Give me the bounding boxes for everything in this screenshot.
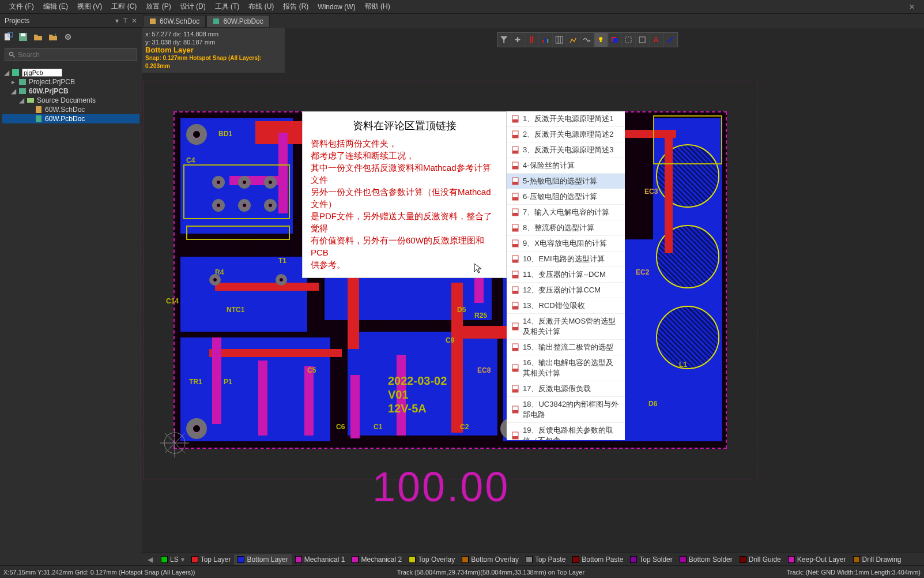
search-input[interactable]	[18, 51, 133, 59]
grid-icon[interactable]	[553, 33, 567, 47]
file-item[interactable]: 17、反激电源假负载	[507, 381, 625, 397]
gear-icon[interactable]	[63, 32, 73, 42]
rect-icon[interactable]	[636, 33, 650, 47]
tab-pcb[interactable]: 60W.PcbDoc	[206, 15, 269, 28]
file-item[interactable]: 15、输出整流二极管的选型	[507, 340, 625, 355]
file-item[interactable]: 4-保险丝的计算	[507, 158, 625, 174]
layer-chip[interactable]: Bottom Paste	[569, 554, 627, 565]
workspace-rename-input[interactable]	[22, 69, 62, 77]
svg-rect-72	[512, 410, 518, 413]
sel-rect-icon[interactable]	[622, 33, 636, 47]
file-item[interactable]: 18、UC3842的内部框图与外部电路	[507, 397, 625, 423]
menu-project[interactable]: 工程 (C)	[107, 2, 141, 12]
layer-chip[interactable]: Bottom Layer	[234, 554, 291, 565]
menu-window[interactable]: Window (W)	[313, 3, 360, 11]
layer-chip[interactable]: Mechanical 2	[348, 554, 405, 565]
resource-file-list[interactable]: 1、反激开关电源原理简述12、反激开关电源原理简述23、反激开关电源原理简述34…	[507, 111, 625, 440]
menu-edit[interactable]: 编辑 (E)	[39, 2, 73, 12]
file-item[interactable]: 11、变压器的计算--DCM	[507, 267, 625, 283]
layer-chip[interactable]: LS ▾	[157, 554, 188, 565]
text-icon[interactable]: A	[650, 33, 663, 47]
tree-file-sch[interactable]: 60W.SchDoc	[2, 105, 139, 114]
silk-c2: C2	[460, 423, 469, 431]
layer-chip[interactable]: Mechanical 1	[292, 554, 349, 565]
layer-chip[interactable]: Drill Drawing	[850, 554, 905, 565]
panel-close-icon[interactable]: ✕	[131, 17, 137, 25]
menu-design[interactable]: 设计 (D)	[176, 2, 210, 12]
close-doc-icon[interactable]: ✕	[904, 3, 919, 11]
layer-chip[interactable]: Top Paste	[522, 554, 569, 565]
file-item[interactable]: 12、变压器的计算CCM	[507, 283, 625, 298]
annotation-title: 资料在评论区置顶链接	[311, 119, 498, 133]
line-icon[interactable]	[663, 33, 677, 47]
route-icon[interactable]	[567, 33, 580, 47]
file-item[interactable]: 13、RCD钳位吸收	[507, 298, 625, 314]
menu-bar: 文件 (F) 编辑 (E) 视图 (V) 工程 (C) 放置 (P) 设计 (D…	[0, 0, 924, 14]
tree-file-pcb[interactable]: 60W.PcbDoc	[2, 114, 139, 123]
file-item[interactable]: 8、整流桥的选型计算	[507, 220, 625, 236]
layer-chip[interactable]: Bottom Overlay	[458, 554, 522, 565]
tree-source-docs[interactable]: ◢ Source Documents	[2, 96, 139, 105]
file-item[interactable]: 10、EMI电路的选型计算	[507, 252, 625, 267]
panel-pin-icon[interactable]: ⊤	[122, 17, 128, 25]
silk-tr1: TR1	[189, 378, 202, 386]
silk-d5: D5	[457, 306, 466, 314]
layer-chip[interactable]: Top Overlay	[405, 554, 458, 565]
menu-tools[interactable]: 工具 (T)	[210, 2, 244, 12]
search-input-wrap[interactable]	[5, 48, 137, 61]
tree-project1[interactable]: ▸ Project.PrjPCB	[2, 77, 139, 87]
align-h-icon[interactable]	[525, 33, 539, 47]
menu-place[interactable]: 放置 (P)	[141, 2, 175, 12]
menu-help[interactable]: 帮助 (H)	[360, 2, 395, 12]
layer-prev-icon[interactable]: ◀	[145, 556, 155, 564]
layer-chip[interactable]: Drill Guide	[736, 554, 785, 565]
svg-rect-60	[512, 291, 518, 294]
new-icon[interactable]	[3, 32, 13, 42]
bar-icon[interactable]	[539, 33, 553, 47]
pcb-canvas[interactable]: x: 57.277 dx: 114.808 mm y: 31.038 dy: 8…	[142, 28, 924, 553]
file-item[interactable]: 16、输出电解电容的选型及其相关计算	[507, 355, 625, 381]
file-item[interactable]: 1、反激开关电源原理简述1	[507, 111, 625, 127]
silk-c4: C4	[186, 156, 195, 164]
silk-r4: R4	[215, 268, 224, 276]
tab-bar: 60W.SchDoc 60W.PcbDoc	[142, 14, 924, 28]
menu-file[interactable]: 文件 (F)	[5, 2, 39, 12]
annotation-body: 资料包括两份文件夹， 都考虑了连续和断续工况， 其中一份文件包括反激资料和Mat…	[311, 137, 498, 271]
filter-icon[interactable]	[497, 33, 511, 47]
svg-rect-46	[512, 182, 518, 185]
save-icon[interactable]	[18, 32, 28, 42]
file-item[interactable]: 6-压敏电阻的选型计算	[507, 189, 625, 205]
layer-chip[interactable]: Bottom Solder	[676, 554, 736, 565]
menu-view[interactable]: 视图 (V)	[73, 2, 107, 12]
file-item[interactable]: 2、反激开关电源原理简述2	[507, 127, 625, 142]
file-item[interactable]: 5-热敏电阻的选型计算	[507, 174, 625, 189]
svg-point-25	[599, 37, 602, 40]
folder-add-icon[interactable]: +	[48, 32, 58, 42]
panel-dropdown-icon[interactable]: ▾	[115, 17, 119, 25]
file-item[interactable]: 19、反馈电路相关参数的取值（不包含...	[507, 423, 625, 440]
folder-icon[interactable]	[33, 32, 43, 42]
crosshair-icon[interactable]: ✚	[511, 33, 525, 47]
layer-chip[interactable]: Top Solder	[627, 554, 676, 565]
svg-rect-44	[512, 166, 518, 169]
layer-strip: ◀ LS ▾Top LayerBottom LayerMechanical 1M…	[142, 553, 924, 565]
snap-info: Snap: 0.127mm Hotspot Snap (All Layers):…	[145, 54, 281, 70]
layer-chip[interactable]: Top Layer	[188, 554, 235, 565]
wave-icon[interactable]	[580, 33, 594, 47]
bulb-icon[interactable]	[594, 33, 608, 47]
file-item[interactable]: 3、反激开关电源原理简述3	[507, 142, 625, 158]
silk-ec8: EC8	[477, 366, 491, 374]
layer-icon[interactable]	[608, 33, 622, 47]
menu-route[interactable]: 布线 (U)	[244, 2, 278, 12]
file-item[interactable]: 14、反激开关MOS管的选型及相关计算	[507, 314, 625, 340]
tab-sch[interactable]: 60W.SchDoc	[143, 15, 206, 28]
svg-rect-11	[19, 88, 26, 94]
tree-workspace[interactable]: ◢	[2, 68, 139, 77]
svg-rect-15	[150, 18, 156, 24]
layer-chip[interactable]: Keep-Out Layer	[785, 554, 850, 565]
coord-overlay: x: 57.277 dx: 114.808 mm y: 31.038 dy: 8…	[142, 28, 285, 73]
file-item[interactable]: 9、X电容放电电阻的计算	[507, 236, 625, 252]
file-item[interactable]: 7、输入大电解电容的计算	[507, 205, 625, 220]
menu-reports[interactable]: 报告 (R)	[278, 2, 313, 12]
tree-project2[interactable]: ◢ 60W.PrjPCB	[2, 87, 139, 96]
